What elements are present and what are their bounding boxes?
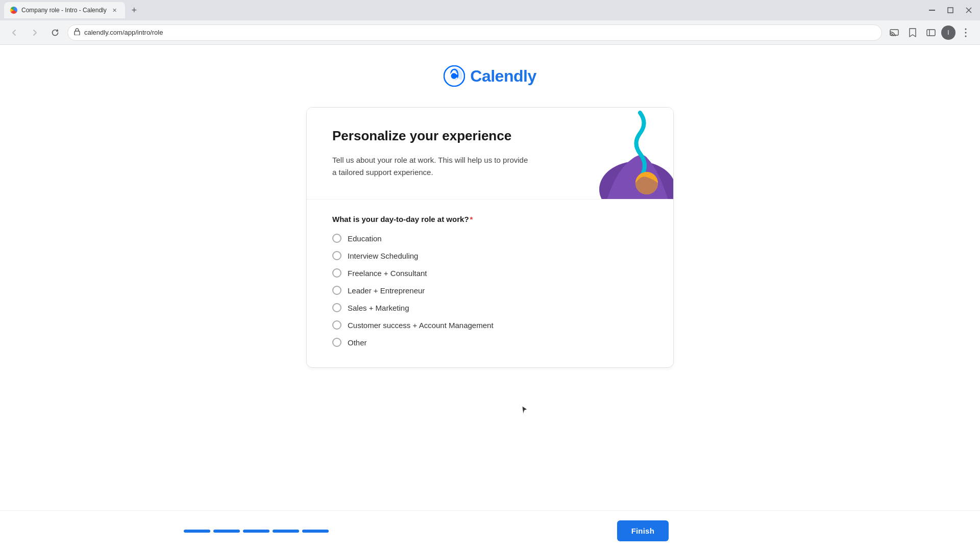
- header-illustration: [592, 108, 673, 199]
- cast-icon[interactable]: [886, 24, 902, 41]
- tab-close-icon[interactable]: ✕: [111, 6, 119, 14]
- svg-rect-6: [927, 30, 935, 36]
- radio-item-leader-entrepreneur[interactable]: Leader + Entrepreneur: [332, 286, 648, 295]
- radio-circle-interview-scheduling: [332, 251, 341, 260]
- svg-point-10: [965, 35, 967, 37]
- radio-label-freelance-consultant: Freelance + Consultant: [348, 269, 427, 278]
- radio-label-education: Education: [348, 234, 382, 243]
- window-controls: [925, 3, 976, 17]
- radio-circle-other: [332, 338, 341, 347]
- forward-button[interactable]: [27, 24, 43, 41]
- new-tab-button[interactable]: +: [127, 3, 141, 17]
- tab-title: Company role - Intro - Calendly: [21, 7, 107, 14]
- progress-dot-2: [213, 530, 240, 533]
- radio-circle-leader-entrepreneur: [332, 286, 341, 295]
- lock-icon: [74, 28, 80, 37]
- calendly-logo-icon: [444, 65, 465, 87]
- radio-options-list: Education Interview Scheduling Freelance…: [332, 234, 648, 347]
- radio-circle-customer-success: [332, 320, 341, 330]
- card-subtitle: Tell us about your role at work. This wi…: [332, 154, 598, 179]
- card-body: What is your day-to-day role at work?* E…: [307, 199, 673, 367]
- sidebar-toggle-icon[interactable]: [923, 24, 939, 41]
- address-bar[interactable]: calendly.com/app/intro/role: [67, 24, 882, 41]
- radio-item-interview-scheduling[interactable]: Interview Scheduling: [332, 251, 648, 260]
- card-header: Personalize your experience Tell us abou…: [307, 108, 673, 199]
- toolbar-icons: I: [886, 24, 974, 41]
- progress-dot-4: [273, 530, 299, 533]
- bottom-bar: Finish: [0, 510, 980, 551]
- radio-label-customer-success: Customer success + Account Management: [348, 321, 494, 330]
- radio-item-customer-success[interactable]: Customer success + Account Management: [332, 320, 648, 330]
- progress-dot-1: [184, 530, 210, 533]
- svg-rect-1: [948, 8, 953, 13]
- radio-label-interview-scheduling: Interview Scheduling: [348, 252, 418, 260]
- browser-chrome: Company role - Intro - Calendly ✕ +: [0, 0, 980, 45]
- browser-toolbar: calendly.com/app/intro/role I: [0, 20, 980, 45]
- progress-dot-5: [302, 530, 329, 533]
- radio-circle-education: [332, 234, 341, 243]
- radio-label-sales-marketing: Sales + Marketing: [348, 304, 409, 312]
- bookmark-icon[interactable]: [904, 24, 921, 41]
- tab-favicon-icon: [10, 7, 17, 14]
- close-button[interactable]: [962, 3, 976, 17]
- radio-item-freelance-consultant[interactable]: Freelance + Consultant: [332, 268, 648, 278]
- menu-icon[interactable]: [958, 24, 974, 41]
- back-button[interactable]: [6, 24, 22, 41]
- radio-circle-sales-marketing: [332, 303, 341, 312]
- finish-button[interactable]: Finish: [617, 520, 669, 541]
- svg-rect-5: [890, 30, 898, 35]
- logo-text: Calendly: [470, 67, 536, 86]
- radio-item-education[interactable]: Education: [332, 234, 648, 243]
- maximize-button[interactable]: [943, 3, 958, 17]
- progress-dot-3: [243, 530, 270, 533]
- refresh-button[interactable]: [47, 24, 63, 41]
- minimize-button[interactable]: [925, 3, 939, 17]
- profile-avatar[interactable]: I: [941, 26, 955, 40]
- main-card: Personalize your experience Tell us abou…: [306, 107, 674, 368]
- required-indicator: *: [470, 215, 473, 223]
- svg-point-8: [965, 28, 967, 30]
- browser-tab[interactable]: Company role - Intro - Calendly ✕: [4, 2, 125, 18]
- radio-label-leader-entrepreneur: Leader + Entrepreneur: [348, 286, 425, 295]
- radio-item-other[interactable]: Other: [332, 338, 648, 347]
- browser-titlebar: Company role - Intro - Calendly ✕ +: [0, 0, 980, 20]
- radio-item-sales-marketing[interactable]: Sales + Marketing: [332, 303, 648, 312]
- radio-circle-freelance-consultant: [332, 268, 341, 278]
- radio-label-other: Other: [348, 338, 367, 347]
- svg-rect-0: [929, 10, 935, 11]
- question-label: What is your day-to-day role at work?*: [332, 215, 648, 223]
- url-display: calendly.com/app/intro/role: [84, 29, 875, 36]
- progress-dots: [184, 530, 329, 533]
- svg-point-9: [965, 32, 967, 33]
- svg-rect-4: [75, 31, 80, 35]
- logo-area: Calendly: [444, 65, 536, 87]
- page-content: Calendly Personalize your experience Tel…: [0, 45, 980, 510]
